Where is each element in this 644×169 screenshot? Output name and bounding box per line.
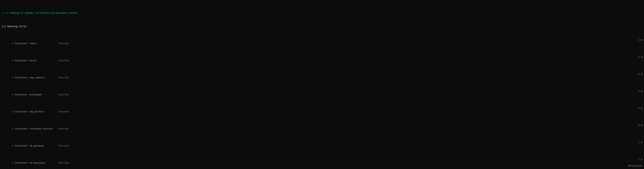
time-im-gateway: 7.5 — [631, 141, 642, 151]
container-im-business-line: ✔ Container im-business Started 7.5 — [2, 158, 642, 168]
container-label-im-business: Container im-business — [14, 161, 58, 164]
check-rmq-broker: ✔ — [10, 110, 14, 113]
container-label-rmq-namesrv: Container rmq_namesrv — [14, 76, 58, 79]
status-rmq-namesrv: Started — [58, 76, 69, 79]
check-rocketmq-console: ✔ — [10, 127, 14, 130]
container-label-zookeeper: Container zookeeper — [14, 93, 58, 96]
container-rmq-broker-line: ✔ Container rmq_broker Started 2.9 — [2, 107, 642, 117]
time-rocketmq-console: 3.0 — [631, 124, 642, 134]
status-redis: Started — [58, 42, 69, 45]
status-rmq-broker: Started — [58, 110, 69, 113]
status-rocketmq-console: Started — [58, 127, 69, 130]
container-label-im-gateway: Container im-gateway — [14, 144, 58, 147]
running-line: [+] Running 11/11 — [2, 25, 642, 28]
container-zookeeper-line: ✔ Container zookeeper Started 3.0 — [2, 90, 642, 100]
container-label-nacos: Container nacos — [14, 59, 58, 62]
container-rocketmq-console-line: ✔ Container rocketmq-console Started 3.0 — [2, 124, 642, 134]
container-nacos-line: ✔ Container nacos Started 2.9 — [2, 56, 642, 66]
container-im-gateway-line: ✔ Container im-gateway Started 7.5 — [2, 141, 642, 151]
watermark: 橘子刨金技术区 — [628, 165, 642, 167]
time-rmq-broker: 2.9 — [631, 107, 642, 117]
check-nacos: ✔ — [10, 59, 14, 62]
status-im-business: Started — [58, 161, 69, 164]
container-label-rmq-broker: Container rmq_broker — [14, 110, 58, 113]
container-label-redis: Container redis — [14, 42, 58, 45]
naming-line: -> => naming to docker.io/library/im-bus… — [2, 12, 642, 15]
container-rmq-namesrv-line: ✔ Container rmq_namesrv Started 2.9 — [2, 73, 642, 83]
naming-text: -> => naming to docker.io/library/im-bus… — [2, 12, 78, 15]
time-rmq-namesrv: 2.9 — [631, 73, 642, 83]
check-im-gateway: ✔ — [10, 144, 14, 147]
status-nacos: Started — [58, 59, 69, 62]
time-redis: 2.9 — [631, 39, 642, 49]
running-text: [+] Running 11/11 — [2, 25, 26, 28]
container-label-rocketmq-console: Container rocketmq-console — [14, 127, 58, 130]
check-im-business: ✔ — [10, 161, 14, 164]
check-rmq-namesrv: ✔ — [10, 76, 14, 79]
status-im-gateway: Started — [58, 144, 69, 147]
time-zookeeper: 3.0 — [631, 90, 642, 100]
terminal: -> => naming to docker.io/library/im-bus… — [2, 1, 642, 169]
container-redis-line: ✔ Container redis Started 2.9 — [2, 39, 642, 49]
status-zookeeper: Started — [58, 93, 69, 96]
check-redis: ✔ — [10, 42, 14, 45]
check-zookeeper: ✔ — [10, 93, 14, 96]
time-nacos: 2.9 — [631, 56, 642, 66]
